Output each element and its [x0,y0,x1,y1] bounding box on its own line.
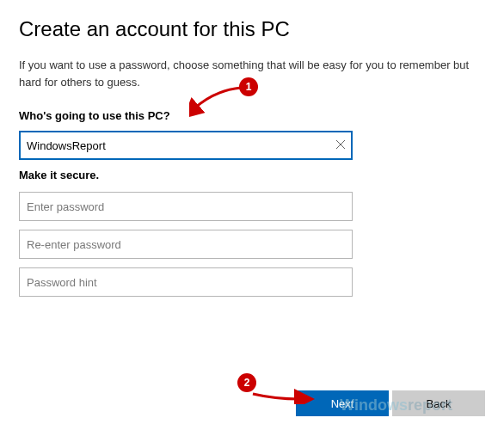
clear-icon[interactable] [335,138,346,152]
username-input[interactable] [19,131,353,160]
callout-badge-2: 2 [237,373,256,392]
confirm-password-input-wrap [19,230,353,259]
page-title: Create an account for this PC [19,17,485,41]
password-hint-input-wrap [19,267,353,297]
username-input-wrap [19,131,353,160]
button-row: Next Back [296,390,485,416]
next-button[interactable]: Next [296,390,389,416]
password-hint-input[interactable] [19,267,353,297]
password-section-label: Make it secure. [19,169,485,181]
page-subtitle: If you want to use a password, choose so… [19,57,485,90]
password-input-wrap [19,192,353,221]
username-label: Who's going to use this PC? [19,109,485,122]
confirm-password-input[interactable] [19,230,353,259]
password-input[interactable] [19,192,353,221]
back-button[interactable]: Back [392,390,485,416]
